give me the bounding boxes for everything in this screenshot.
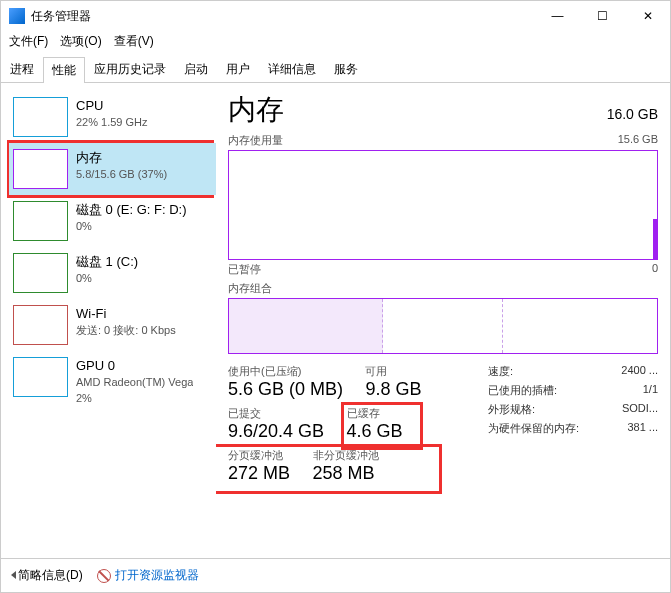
- memory-sub: 5.8/15.6 GB (37%): [76, 167, 167, 182]
- pane-header: 内存 16.0 GB: [228, 91, 658, 129]
- stats-right: 速度:2400 ... 已使用的插槽:1/1 外形规格:SODI... 为硬件保…: [488, 364, 658, 490]
- title-bar: 任务管理器 — ☐ ✕: [1, 1, 670, 31]
- wifi-sub: 发送: 0 接收: 0 Kbps: [76, 323, 176, 338]
- sidebar-item-disk0[interactable]: 磁盘 0 (E: G: F: D:) 0%: [9, 195, 216, 247]
- disk0-name: 磁盘 0 (E: G: F: D:): [76, 201, 187, 219]
- pane-capacity: 16.0 GB: [607, 106, 658, 122]
- stats-area: 使用中(已压缩) 5.6 GB (0 MB) 可用 9.8 GB 已提交 9.6…: [228, 364, 658, 490]
- usage-graph-footer: 已暂停 0: [228, 262, 658, 277]
- stat-nonpaged: 非分页缓冲池 258 MB: [313, 448, 379, 484]
- sidebar-item-disk1[interactable]: 磁盘 1 (C:) 0%: [9, 247, 216, 299]
- menu-file[interactable]: 文件(F): [9, 33, 48, 50]
- resmon-icon: [97, 569, 111, 583]
- cpu-sub: 22% 1.59 GHz: [76, 115, 148, 130]
- task-manager-window: 任务管理器 — ☐ ✕ 文件(F) 选项(O) 查看(V) 进程 性能 应用历史…: [0, 0, 671, 593]
- composition-label: 内存组合: [228, 281, 658, 296]
- gpu0-sub2: 2%: [76, 391, 193, 406]
- disk0-sub: 0%: [76, 219, 187, 234]
- pane-title: 内存: [228, 91, 284, 129]
- tab-app-history[interactable]: 应用历史记录: [85, 56, 175, 82]
- usage-graph: [228, 150, 658, 260]
- gpu0-sub: AMD Radeon(TM) Vega: [76, 375, 193, 390]
- disk0-thumb: [13, 201, 68, 241]
- usage-graph-label: 内存使用量 15.6 GB: [228, 133, 658, 148]
- disk1-sub: 0%: [76, 271, 138, 286]
- stat-committed: 已提交 9.6/20.4 GB: [228, 406, 324, 442]
- wifi-name: Wi-Fi: [76, 305, 176, 323]
- tab-performance[interactable]: 性能: [43, 57, 85, 83]
- tab-details[interactable]: 详细信息: [259, 56, 325, 82]
- disk1-name: 磁盘 1 (C:): [76, 253, 138, 271]
- memory-thumb: [13, 149, 68, 189]
- menu-options[interactable]: 选项(O): [60, 33, 101, 50]
- sidebar-item-gpu0[interactable]: GPU 0 AMD Radeon(TM) Vega 2%: [9, 351, 216, 412]
- gpu0-thumb: [13, 357, 68, 397]
- sidebar-item-cpu[interactable]: CPU 22% 1.59 GHz: [9, 91, 216, 143]
- tab-strip: 进程 性能 应用历史记录 启动 用户 详细信息 服务: [1, 56, 670, 83]
- minimize-button[interactable]: —: [535, 1, 580, 31]
- close-button[interactable]: ✕: [625, 1, 670, 31]
- stat-paged: 分页缓冲池 272 MB: [228, 448, 290, 484]
- stats-left: 使用中(已压缩) 5.6 GB (0 MB) 可用 9.8 GB 已提交 9.6…: [228, 364, 472, 490]
- gpu0-name: GPU 0: [76, 357, 193, 375]
- footer: 简略信息(D) 打开资源监视器: [1, 558, 670, 592]
- stat-available: 可用 9.8 GB: [365, 364, 421, 400]
- main-area: CPU 22% 1.59 GHz 内存 5.8/15.6 GB (37%) 磁: [1, 83, 670, 558]
- disk1-thumb: [13, 253, 68, 293]
- tab-processes[interactable]: 进程: [1, 56, 43, 82]
- stat-cached: 已缓存 4.6 GB: [347, 406, 403, 442]
- wifi-thumb: [13, 305, 68, 345]
- caret-left-icon: [11, 571, 16, 579]
- resource-monitor-link[interactable]: 打开资源监视器: [97, 567, 199, 584]
- stat-inuse: 使用中(已压缩) 5.6 GB (0 MB): [228, 364, 343, 400]
- detail-pane: 内存 16.0 GB 内存使用量 15.6 GB 已暂停 0 内存组合: [216, 83, 670, 558]
- sidebar-item-memory[interactable]: 内存 5.8/15.6 GB (37%): [9, 143, 216, 195]
- composition-bar: [228, 298, 658, 354]
- tab-users[interactable]: 用户: [217, 56, 259, 82]
- performance-sidebar: CPU 22% 1.59 GHz 内存 5.8/15.6 GB (37%) 磁: [1, 83, 216, 558]
- tab-startup[interactable]: 启动: [175, 56, 217, 82]
- window-title: 任务管理器: [31, 8, 535, 25]
- sidebar-item-wifi[interactable]: Wi-Fi 发送: 0 接收: 0 Kbps: [9, 299, 216, 351]
- app-icon: [9, 8, 25, 24]
- tab-services[interactable]: 服务: [325, 56, 367, 82]
- memory-name: 内存: [76, 149, 167, 167]
- cpu-name: CPU: [76, 97, 148, 115]
- brief-toggle[interactable]: 简略信息(D): [11, 567, 83, 584]
- menu-view[interactable]: 查看(V): [114, 33, 154, 50]
- menu-bar: 文件(F) 选项(O) 查看(V): [1, 31, 670, 52]
- cpu-thumb: [13, 97, 68, 137]
- maximize-button[interactable]: ☐: [580, 1, 625, 31]
- graph-spike: [653, 219, 657, 259]
